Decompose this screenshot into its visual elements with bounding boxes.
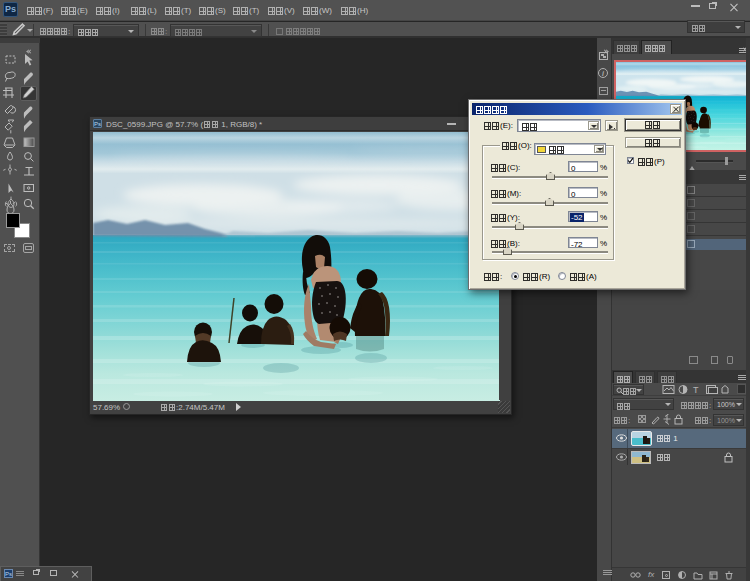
- svg-text:T: T: [693, 385, 699, 395]
